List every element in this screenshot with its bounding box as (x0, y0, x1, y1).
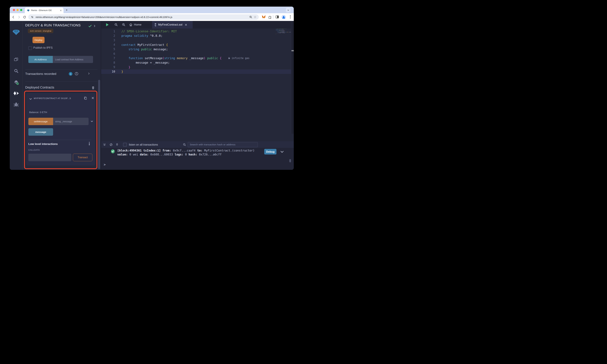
tx-recorded-label: Transactions recorded (25, 72, 56, 76)
code-line[interactable]: 6 (101, 52, 291, 56)
clear-console-icon[interactable] (109, 143, 113, 146)
contract-address-label[interactable]: MYFIRSTCONTRACT AT 0X10F...5 (34, 97, 82, 100)
contract-balance: Balance: 0 ETH (29, 111, 47, 114)
debugger-icon[interactable] (10, 102, 22, 107)
back-button[interactable] (11, 15, 15, 19)
code-line[interactable]: 10} (101, 69, 291, 74)
code-line[interactable]: 3 (101, 38, 291, 42)
transact-button[interactable]: Transact (73, 154, 92, 161)
search-icon[interactable] (10, 68, 22, 73)
forward-button[interactable] (17, 15, 21, 19)
traffic-close-button[interactable] (13, 9, 15, 11)
tab-close-icon[interactable] (60, 10, 62, 11)
deploy-button[interactable]: Deploy (32, 37, 45, 43)
clear-contracts-trash-icon[interactable] (91, 86, 95, 90)
browser-toolbar: remix.ethereum.org/#lang=en&optimize=fal… (10, 13, 294, 21)
profile-avatar[interactable] (282, 15, 286, 19)
side-panel-icon[interactable] (275, 15, 279, 19)
terminal-search-input[interactable] (188, 142, 258, 147)
panel-expand-icon[interactable] (93, 25, 96, 27)
editor-scrollbar-track[interactable] (291, 21, 294, 134)
at-address-input[interactable] (53, 56, 93, 63)
at-address-button[interactable]: At Address (28, 56, 53, 63)
metamask-icon[interactable] (262, 15, 266, 19)
editor-tabbar: Home MyFirstContract.sol (101, 21, 294, 28)
calldata-input[interactable] (28, 154, 71, 161)
code-line[interactable]: 9 } (101, 65, 291, 69)
extensions-icon[interactable] (268, 15, 272, 19)
terminal: 0 listen on all transactions [block:4994… (101, 141, 294, 170)
info-icon[interactable] (75, 72, 79, 76)
tx-recorded-count-badge: 1 (69, 72, 72, 76)
browser-tab[interactable]: Remix - Ethereum IDE (25, 8, 64, 13)
log-entry[interactable]: [block:4994361 txIndex:1] from: 0x9cf...… (111, 149, 254, 156)
expand-log-chevron[interactable] (280, 150, 284, 154)
deploy-run-icon[interactable] (10, 91, 22, 96)
tab-file-close-icon[interactable] (185, 24, 187, 26)
low-level-title: Low level interactions (28, 143, 58, 146)
url-text[interactable]: remix.ethereum.org/#lang=en&optimize=fal… (36, 16, 249, 19)
run-script-button[interactable] (106, 23, 109, 26)
contract-collapse-chevron[interactable] (29, 98, 32, 100)
log-lines: [block:4994361 txIndex:1] from: 0x9cf...… (117, 149, 254, 156)
section-divider (25, 69, 97, 70)
code-line[interactable]: 8 message = _message; (101, 60, 291, 65)
solidity-compiler-icon[interactable] (10, 80, 22, 85)
collapse-terminal-icon[interactable] (103, 143, 106, 146)
line-number: 2 (101, 34, 115, 38)
traffic-minimize-button[interactable] (16, 9, 19, 11)
publish-ipfs-label: Publish to IPFS (33, 46, 53, 50)
tab-home[interactable]: Home (127, 21, 143, 28)
minimap-content: // SPDX-License-Identifier: MITpragma so… (276, 29, 291, 34)
terminal-prompt[interactable]: > (104, 163, 106, 166)
terminal-scrollbar[interactable] (289, 159, 291, 162)
message-getter-button[interactable]: message (28, 128, 53, 136)
site-info-icon[interactable] (31, 16, 34, 18)
browser-tabstrip: Remix - Ethereum IDE + (10, 7, 294, 13)
setmessage-arg-input[interactable] (53, 118, 89, 125)
line-number: 8 (101, 61, 115, 64)
url-bar[interactable]: remix.ethereum.org/#lang=en&optimize=fal… (28, 14, 259, 20)
terminal-count: 0 (116, 143, 118, 146)
tab-search-button[interactable] (286, 8, 290, 12)
expand-args-chevron[interactable] (91, 120, 93, 123)
traffic-zoom-button[interactable] (20, 9, 22, 11)
zoom-icon[interactable] (249, 15, 252, 19)
line-number: 4 (101, 43, 115, 46)
code-line[interactable]: 1// SPDX-License-Identifier: MIT (101, 29, 291, 33)
reload-button[interactable] (23, 15, 26, 19)
editor-scrollbar-thumb[interactable] (291, 50, 294, 51)
line-number: 6 (101, 52, 115, 55)
calldata-label: CALLDATA (28, 149, 40, 151)
line-number: 9 (101, 65, 115, 69)
zoom-in-icon[interactable] (122, 23, 126, 26)
low-level-info-icon[interactable] (89, 142, 90, 145)
side-panel-scrollbar[interactable] (98, 80, 100, 169)
remove-contract-icon[interactable] (92, 97, 94, 99)
listen-checkbox[interactable] (123, 143, 127, 146)
house-icon (129, 23, 132, 26)
tx-expand-icon[interactable] (88, 72, 90, 75)
line-number: 1 (101, 30, 115, 33)
code-editor[interactable]: 1// SPDX-License-Identifier: MIT2pragma … (101, 28, 291, 141)
line-number: 7 (101, 57, 115, 60)
copy-address-icon[interactable] (84, 96, 87, 100)
new-tab-button[interactable]: + (65, 8, 69, 12)
tab-file-active[interactable]: MyFirstContract.sol (152, 21, 193, 28)
zoom-out-icon[interactable] (114, 23, 118, 26)
menu-dots-icon[interactable] (289, 15, 292, 19)
panel-title: DEPLOY & RUN TRANSACTIONS (25, 23, 81, 27)
code-line[interactable]: 5 string public message; (101, 47, 291, 52)
minimap[interactable]: // SPDX-License-Identifier: MITpragma so… (276, 29, 291, 39)
listen-label: listen on all transactions (129, 143, 158, 146)
debug-button[interactable]: Debug (264, 149, 277, 155)
code-line[interactable]: 4contract MyFirstContract { (101, 42, 291, 47)
publish-ipfs-checkbox[interactable] (28, 46, 32, 50)
remix-logo[interactable] (10, 29, 22, 36)
terminal-search-icon (183, 143, 186, 146)
code-line[interactable]: 7 function setMessage(string memory _mes… (101, 56, 291, 60)
code-line[interactable]: 2pragma solidity ^0.8.0; (101, 33, 291, 38)
setmessage-button[interactable]: setMessage (28, 118, 53, 125)
bookmark-star-icon[interactable]: ☆ (254, 15, 256, 19)
file-explorer-icon[interactable] (10, 57, 22, 62)
